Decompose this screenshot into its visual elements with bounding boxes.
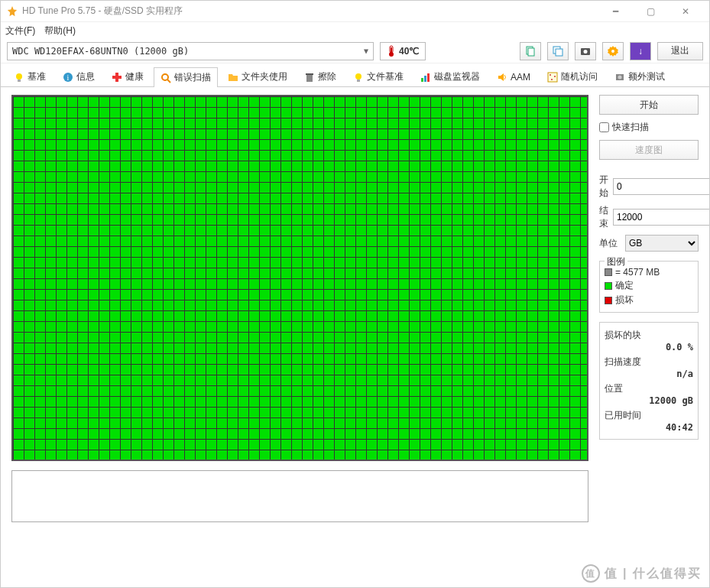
start-scan-button[interactable]: 开始 [599, 95, 699, 115]
menu-file[interactable]: 文件(F) [5, 24, 35, 37]
stat-damaged: 损坏的块 0.0 % [605, 327, 693, 354]
end-row: 结束 ▲▼ [599, 204, 699, 230]
tab-erase[interactable]: 擦除 [297, 67, 343, 86]
stats-group: 损坏的块 0.0 % 扫描速度 n/a 位置 12000 gB 已用时间 40:… [599, 322, 699, 440]
random-icon [547, 72, 558, 83]
tab-filebench[interactable]: 文件基准 [346, 67, 410, 86]
tab-health[interactable]: 健康 [105, 67, 151, 86]
thermometer-icon [387, 45, 396, 57]
start-row: 开始 ▲▼ [599, 174, 699, 200]
speedmap-button[interactable]: 速度图 [599, 140, 699, 160]
svg-rect-6 [556, 49, 562, 56]
svg-point-26 [550, 74, 551, 76]
svg-rect-19 [306, 73, 313, 75]
swatch-neutral [605, 268, 612, 276]
svg-rect-18 [306, 75, 313, 82]
svg-rect-22 [421, 78, 423, 82]
quick-scan-row: 快速扫描 [599, 119, 699, 135]
tab-benchmark[interactable]: 基准 [7, 67, 53, 86]
svg-point-20 [355, 73, 361, 80]
menu-help[interactable]: 帮助(H) [44, 24, 76, 37]
unit-label: 单位 [599, 237, 621, 250]
temperature-display: 40℃ [380, 42, 426, 60]
info-icon: i [63, 72, 73, 83]
exit-button[interactable]: 退出 [657, 42, 703, 60]
quick-scan-label: 快速扫描 [612, 121, 649, 134]
speaker-icon [497, 72, 507, 83]
titlebar: HD Tune Pro 5.75 - 硬盘/SSD 实用程序 ━ ▢ ✕ [1, 1, 709, 22]
folder-icon [228, 72, 238, 83]
svg-point-30 [618, 75, 622, 79]
tab-info[interactable]: i信息 [56, 67, 102, 86]
left-column [11, 95, 588, 580]
svg-text:i: i [67, 73, 70, 82]
disk-icon [614, 72, 625, 83]
close-button[interactable]: ✕ [668, 1, 703, 22]
app-icon [7, 6, 18, 17]
tab-random[interactable]: 随机访问 [540, 67, 605, 86]
unit-select[interactable]: GB [625, 235, 699, 252]
scan-grid [13, 96, 587, 460]
scan-grid-frame [11, 95, 588, 461]
options-button[interactable] [602, 42, 624, 60]
stat-elapsed: 已用时间 40:42 [605, 408, 693, 434]
tab-extra[interactable]: 额外测试 [608, 67, 672, 86]
end-input[interactable]: ▲▼ [613, 209, 709, 226]
svg-point-27 [554, 76, 556, 77]
stat-position: 位置 12000 gB [605, 381, 693, 408]
save-screenshot-button[interactable] [575, 42, 596, 60]
maximize-button[interactable]: ▢ [633, 1, 668, 22]
bulb-icon [353, 72, 364, 83]
copy-text-button[interactable] [520, 42, 541, 60]
quick-scan-checkbox[interactable] [599, 122, 609, 132]
toolbar: WDC WD120EFAX-68UNTN0 (12000 gB) ▼ 40℃ ↓… [1, 39, 709, 63]
start-input-field[interactable] [614, 179, 709, 194]
menubar: 文件(F) 帮助(H) [1, 22, 709, 39]
legend-group: 图例 = 4577 MB 确定 损坏 [599, 261, 699, 313]
stat-speed: 扫描速度 n/a [605, 354, 693, 381]
right-panel: 开始 快速扫描 速度图 开始 ▲▼ 结束 ▲▼ [599, 95, 699, 580]
svg-rect-15 [112, 76, 122, 79]
app-window: HD Tune Pro 5.75 - 硬盘/SSD 实用程序 ━ ▢ ✕ 文件(… [0, 0, 710, 588]
tab-aam[interactable]: AAM [490, 68, 537, 86]
minimize-button[interactable]: ━ [598, 1, 633, 22]
svg-rect-11 [18, 80, 21, 82]
trash-icon [304, 72, 315, 83]
svg-rect-4 [528, 48, 534, 56]
drive-select[interactable]: WDC WD120EFAX-68UNTN0 (12000 gB) ▼ [7, 42, 374, 60]
svg-line-17 [167, 80, 170, 83]
temperature-value: 40℃ [399, 46, 419, 57]
tab-errorscan[interactable]: 错误扫描 [154, 67, 218, 87]
health-icon [112, 72, 122, 83]
chart-icon [420, 72, 431, 83]
svg-point-16 [162, 74, 168, 80]
tabs: 基准 i信息 健康 错误扫描 文件夹使用 擦除 文件基准 磁盘监视器 AAM 随… [1, 63, 709, 87]
log-box [11, 470, 588, 522]
svg-rect-21 [357, 80, 360, 82]
drive-select-value: WDC WD120EFAX-68UNTN0 (12000 gB) [12, 46, 189, 57]
window-controls: ━ ▢ ✕ [598, 1, 703, 22]
svg-rect-23 [424, 76, 426, 82]
start-label: 开始 [599, 174, 608, 200]
legend-damaged: 损坏 [605, 293, 693, 307]
start-input[interactable]: ▲▼ [613, 178, 709, 195]
minimize-tray-button[interactable]: ↓ [630, 42, 651, 60]
bulb-icon [14, 72, 24, 83]
swatch-damaged [605, 297, 612, 304]
end-input-field[interactable] [614, 210, 709, 225]
search-icon [160, 73, 171, 83]
svg-point-9 [611, 50, 614, 53]
svg-rect-25 [548, 73, 557, 82]
svg-point-10 [16, 73, 22, 80]
end-label: 结束 [599, 204, 608, 230]
svg-point-8 [584, 50, 588, 54]
legend-ok: 确定 [605, 278, 693, 293]
legend-title: 图例 [605, 255, 627, 268]
copy-screenshot-button[interactable] [547, 42, 569, 60]
tab-monitor[interactable]: 磁盘监视器 [413, 67, 487, 86]
tab-folder[interactable]: 文件夹使用 [221, 67, 294, 86]
window-title: HD Tune Pro 5.75 - 硬盘/SSD 实用程序 [22, 5, 598, 18]
chevron-down-icon: ▼ [364, 47, 368, 55]
svg-point-28 [551, 79, 553, 80]
svg-rect-2 [391, 47, 392, 54]
